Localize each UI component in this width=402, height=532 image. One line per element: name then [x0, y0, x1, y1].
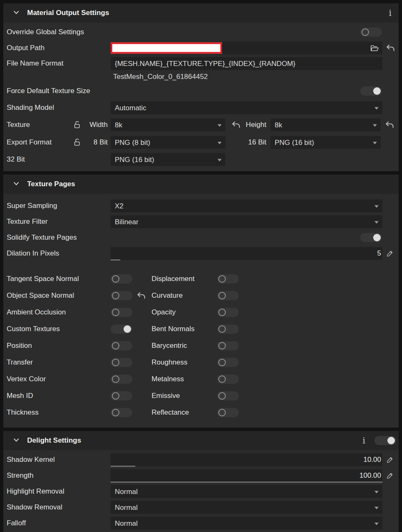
dilation-slider[interactable]: [111, 247, 382, 260]
toggle-label: Opacity: [152, 308, 176, 317]
shadow-removal-dropdown[interactable]: Normal: [111, 501, 382, 514]
dropdown-value: 8k: [115, 121, 122, 129]
toggle-label: Vertex Color: [7, 375, 46, 383]
toggle-label: Curvature: [152, 291, 183, 300]
row-shadow-kernel: Shadow Kernel 10.00: [3, 452, 399, 468]
shadow-kernel-slider[interactable]: [111, 453, 382, 466]
metalness-toggle[interactable]: [217, 375, 239, 384]
undo-icon[interactable]: [386, 44, 395, 53]
reflectance-toggle[interactable]: [217, 408, 239, 417]
ambient-occlusion-toggle[interactable]: [111, 308, 132, 317]
dropdown-value: 8k: [275, 121, 282, 129]
row-strength: Strength 100.00: [3, 468, 399, 484]
toggle-label: Roughness: [152, 358, 187, 367]
file-name-format-input[interactable]: {MESH.NAME}_{TEXTURE.TYPE}_{INDEX}_{RAND…: [111, 57, 382, 70]
row-label: Shadow Removal: [7, 503, 62, 512]
strength-slider[interactable]: [111, 469, 382, 482]
row-shadow-removal: Shadow Removal Normal: [3, 499, 399, 515]
undo-icon[interactable]: [385, 121, 394, 129]
lock-open-icon[interactable]: [73, 138, 81, 147]
tangent-space-normal-toggle[interactable]: [111, 274, 132, 284]
chevron-down-icon[interactable]: [13, 10, 19, 15]
row-label: Export Format: [7, 138, 52, 147]
position-toggle[interactable]: [111, 341, 132, 350]
delight-enabled-toggle[interactable]: [374, 436, 396, 445]
texture-type-grid: Tangent Space Normal Displacement Object…: [3, 271, 399, 428]
export-8bit-dropdown[interactable]: PNG (8 bit): [111, 136, 225, 149]
thickness-toggle[interactable]: [111, 408, 132, 417]
section-texture-pages: Texture Pages Super Sampling X2 Texture …: [3, 175, 399, 428]
vertex-color-toggle[interactable]: [111, 375, 132, 384]
bent-normals-toggle[interactable]: [217, 324, 239, 334]
section-material-output: Material Output Settings i Override Glob…: [3, 3, 399, 171]
strength-value: 100.00: [359, 471, 381, 480]
toggle-knob: [218, 309, 226, 316]
highlight-removal-dropdown[interactable]: Normal: [111, 485, 382, 498]
row-label: Output Path: [7, 44, 45, 52]
barycentric-toggle[interactable]: [217, 341, 239, 350]
roughness-toggle[interactable]: [217, 358, 239, 367]
force-default-size-toggle[interactable]: [360, 86, 382, 96]
toggle-knob: [387, 437, 395, 444]
row-highlight-removal: Highlight Removal Normal: [3, 484, 399, 499]
pencil-icon[interactable]: [386, 250, 394, 257]
chevron-down-icon[interactable]: [13, 438, 19, 442]
toggle-knob: [218, 375, 226, 383]
file-name-preview: TestMesh_Color_0_61864452: [113, 73, 208, 81]
output-path-input[interactable]: [111, 43, 222, 54]
row-label: Solidify Texture Pages: [7, 233, 77, 242]
texture-width-dropdown[interactable]: 8k: [111, 119, 225, 132]
dropdown-value: Normal: [115, 503, 138, 512]
override-global-toggle[interactable]: [360, 28, 382, 37]
texture-height-dropdown[interactable]: 8k: [271, 119, 381, 132]
row-dilation: Dilation In Pixels 5: [3, 246, 399, 261]
info-icon[interactable]: i: [389, 9, 392, 17]
chevron-down-icon[interactable]: [13, 182, 19, 186]
row-export-32bit: 32 Bit PNG (16 bit): [3, 151, 399, 168]
info-icon[interactable]: i: [363, 436, 365, 445]
shading-model-dropdown[interactable]: Automatic: [111, 101, 382, 114]
folder-open-icon[interactable]: [370, 44, 379, 52]
caret-down-icon: [374, 107, 379, 109]
toggle-knob: [218, 292, 226, 299]
emissive-toggle[interactable]: [217, 391, 239, 400]
export-32bit-dropdown[interactable]: PNG (16 bit): [111, 153, 225, 166]
row-label: Texture: [7, 121, 30, 129]
row-label: Falloff: [7, 519, 26, 527]
export-16bit-dropdown[interactable]: PNG (16 bit): [271, 136, 381, 149]
toggle-knob: [218, 275, 226, 283]
toggle-knob: [112, 292, 119, 299]
displacement-toggle[interactable]: [217, 274, 239, 284]
toggle-label: Ambient Occlusion: [7, 308, 66, 317]
lock-open-icon[interactable]: [73, 121, 81, 129]
caret-down-icon: [373, 142, 377, 144]
texture-filter-dropdown[interactable]: Bilinear: [111, 215, 382, 228]
slider-progress: [111, 482, 382, 483]
toggle-knob: [362, 28, 369, 36]
row-falloff: Falloff Normal: [3, 515, 399, 531]
dropdown-value: PNG (16 bit): [275, 138, 314, 147]
toggle-label: Barycentric: [152, 342, 187, 350]
transfer-toggle[interactable]: [111, 358, 132, 367]
custom-textures-toggle[interactable]: [111, 324, 132, 334]
toggle-label: Custom Textures: [7, 325, 60, 333]
pencil-icon[interactable]: [386, 456, 394, 464]
toggle-knob: [112, 309, 119, 316]
falloff-dropdown[interactable]: Normal: [111, 517, 382, 530]
row-label: Override Global Settings: [7, 28, 84, 36]
caret-down-icon: [374, 221, 379, 223]
caret-down-icon: [374, 522, 379, 525]
opacity-toggle[interactable]: [217, 308, 239, 317]
toggle-knob: [112, 359, 119, 366]
object-space-normal-toggle[interactable]: [111, 291, 132, 300]
pencil-icon[interactable]: [386, 472, 394, 479]
mesh-id-toggle[interactable]: [111, 391, 132, 400]
super-sampling-dropdown[interactable]: X2: [111, 200, 382, 213]
solidify-toggle[interactable]: [360, 233, 382, 242]
grid-row: Ambient Occlusion Opacity: [3, 304, 399, 321]
material-output-header: Material Output Settings i: [3, 3, 399, 23]
undo-icon[interactable]: [137, 291, 146, 300]
toggle-label: Mesh ID: [7, 392, 33, 400]
curvature-toggle[interactable]: [217, 291, 239, 300]
toggle-knob: [373, 234, 381, 241]
